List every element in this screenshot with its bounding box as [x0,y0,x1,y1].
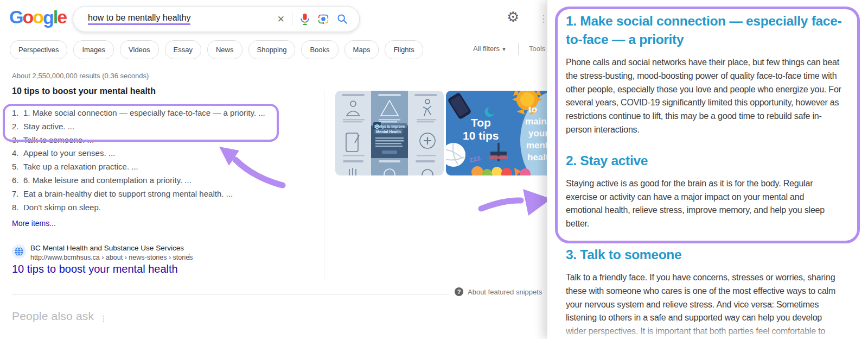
clear-icon[interactable]: ✕ [277,15,285,24]
chevron-down-icon: ▾ [502,46,506,52]
microphone-icon[interactable] [299,12,310,26]
top10-tips-thumbnail[interactable]: Top 10 tips zzz to maintain [446,91,554,175]
list-item: 8.Don't skimp on sleep. [12,201,316,215]
annotation-arrow-to-panel [481,189,551,216]
list-text: Eat a brain-healthy diet to support stro… [23,187,233,201]
list-text: Talk to someone. ... [23,134,94,147]
list-item: 3.Talk to someone. ... [12,134,316,147]
settings-gear-icon[interactable]: ⚙ [507,10,519,24]
article-section-2-body: Staying active is as good for the brain … [566,177,841,231]
logo-letter: l [53,7,57,28]
list-item: 5.Take up a relaxation practice. ... [12,160,316,174]
list-item: 6.6. Make leisure and contemplation a pr… [12,174,316,187]
people-also-ask-options-icon[interactable]: ⋮ [100,314,107,323]
site-favicon-globe-icon [12,244,26,259]
article-section-2-heading: 2. Stay active [566,152,844,170]
svg-text:to: to [528,104,537,115]
list-marker: 3. [12,134,23,147]
logo-letter: g [43,7,53,28]
people-also-ask-heading: People also ask [12,310,94,323]
list-text: 1. Make social connection — especially f… [23,106,265,120]
list-item: 2.Stay active. ... [12,120,316,134]
source-site-name[interactable]: BC Mental Health and Substance Use Servi… [30,244,184,252]
tab-maps[interactable]: Maps [344,40,379,59]
list-marker: 4. [12,147,23,160]
tab-flights[interactable]: Flights [385,40,423,59]
list-text: Appeal to your senses. ... [23,147,115,160]
search-icon[interactable] [336,13,348,25]
logo-letter: o [33,7,43,28]
list-marker: 2. [12,120,23,134]
list-item: 4.Appeal to your senses. ... [12,147,316,160]
result-stats: About 2,550,000,000 results (0.36 second… [12,72,149,80]
all-filters-label: All filters [473,45,500,53]
more-items-link[interactable]: More items... [12,219,56,228]
google-logo[interactable]: Google [9,7,66,28]
about-snippets-label: About featured snippets [468,288,542,296]
result-options-icon[interactable]: ⋮ [186,252,193,261]
article-section-1-body: Phone calls and social networks have the… [566,56,841,137]
article-content: 1. Make social connection — especially f… [566,12,844,339]
filters-divider [518,43,519,55]
search-filter-tabs: Perspectives Images Videos Essay News Sh… [10,40,423,59]
help-icon: ? [455,287,463,296]
all-filters-button[interactable]: All filters▾ [473,45,506,53]
article-section-3-heading: 3. Talk to someone [566,246,844,264]
list-item: 1.1. Make social connection — especially… [12,106,316,120]
column-divider [324,90,324,280]
svg-text:your: your [528,128,548,139]
tab-books[interactable]: Books [301,40,338,59]
article-section-1-heading: 1. Make social connection — especially f… [566,12,844,49]
screenshot-root: Google how to be mentally healthy ✕ [0,0,868,339]
tab-essay[interactable]: Essay [165,40,201,59]
svg-text:Mental Health: Mental Health [376,130,401,134]
svg-text:Top: Top [471,116,491,129]
list-marker: 6. [12,174,23,187]
panel-bottom-fade [547,324,868,339]
result-title-link[interactable]: 10 tips to boost your mental health [12,263,178,275]
tab-videos[interactable]: Videos [120,40,159,59]
search-input[interactable]: how to be mentally healthy [88,13,190,25]
list-text: Stay active. ... [23,120,74,134]
svg-text:8 Ways to Improve: 8 Ways to Improve [374,124,405,129]
snippet-heading: 10 tips to boost your mental health [12,86,156,96]
tab-perspectives[interactable]: Perspectives [10,40,67,59]
list-text: Take up a relaxation practice. ... [23,160,138,174]
search-bar-divider [292,12,292,26]
snippet-list: 1.1. Make social connection — especially… [12,106,316,214]
list-text: 6. Make leisure and contemplation a prio… [23,174,192,187]
list-marker: 7. [12,187,23,201]
list-marker: 5. [12,160,23,174]
source-breadcrumb: http://www.bcmhsus.ca › about › news-sto… [30,254,193,261]
list-marker: 8. [12,201,23,215]
google-lens-icon[interactable] [317,13,329,25]
list-text: Don't skimp on sleep. [23,201,101,215]
tools-button[interactable]: Tools [529,45,545,53]
tab-news[interactable]: News [207,40,242,59]
svg-text:10 tips: 10 tips [463,129,499,142]
article-panel: 1. Make social connection — especially f… [547,0,868,339]
logo-letter: e [57,7,66,28]
search-bar[interactable]: how to be mentally healthy ✕ [73,6,360,32]
logo-letter: o [22,7,33,28]
logo-letter: G [9,7,22,28]
list-item: 7.Eat a brain-healthy diet to support st… [12,187,316,201]
about-featured-snippets[interactable]: ? About featured snippets [455,287,542,296]
infographic-thumbnail[interactable]: 8 8 Ways to Improve Mental Health [335,91,444,175]
list-marker: 1. [12,106,23,120]
tab-images[interactable]: Images [73,40,114,59]
tab-shopping[interactable]: Shopping [248,40,296,59]
snippet-bottom-divider [12,294,449,294]
search-bar-icons: ✕ [277,12,348,26]
